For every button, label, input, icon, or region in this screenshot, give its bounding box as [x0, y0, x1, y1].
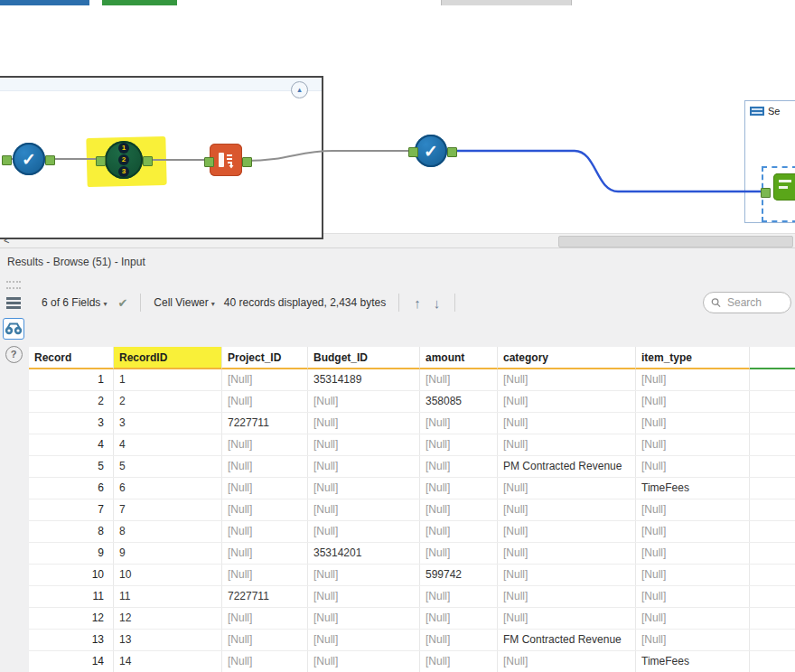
table-cell[interactable]: [Null]	[420, 521, 498, 542]
table-cell[interactable]	[750, 521, 795, 542]
table-row[interactable]: 1212[Null][Null][Null][Null][Null]	[29, 608, 795, 630]
connection-anchor[interactable]	[96, 156, 106, 166]
table-cell[interactable]: [Null]	[420, 543, 498, 564]
workflow-canvas[interactable]: ▴ ✓ 1 2 3 ✓	[0, 5, 795, 233]
connection-anchor[interactable]	[242, 157, 252, 167]
table-cell[interactable]: 7	[114, 499, 222, 520]
table-cell[interactable]: FM Contracted Revenue	[498, 630, 636, 650]
table-cell[interactable]: 2	[29, 391, 114, 412]
scroll-down-button[interactable]: ↓	[432, 295, 443, 311]
table-cell[interactable]: 599742	[420, 565, 498, 585]
table-cell[interactable]: 9	[29, 543, 114, 564]
table-cell[interactable]: 9	[114, 543, 222, 564]
tool-select[interactable]	[773, 173, 795, 201]
table-cell[interactable]: [Null]	[420, 369, 498, 390]
table-cell[interactable]: [Null]	[222, 608, 308, 629]
table-row[interactable]: 22[Null][Null]358085[Null][Null]	[29, 391, 795, 413]
table-cell[interactable]: 6	[29, 478, 114, 499]
table-view-button[interactable]	[3, 293, 24, 314]
table-row[interactable]: 55[Null][Null][Null]PM Contracted Revenu…	[29, 456, 795, 478]
table-row[interactable]: 99[Null]35314201[Null][Null][Null]	[29, 543, 795, 565]
table-cell[interactable]: 10	[29, 565, 114, 585]
table-cell[interactable]: [Null]	[498, 565, 636, 585]
table-cell[interactable]: 358085	[420, 391, 498, 412]
table-cell[interactable]: [Null]	[636, 456, 750, 477]
help-button[interactable]: ?	[3, 343, 24, 365]
table-cell[interactable]: [Null]	[636, 586, 750, 607]
connection-anchor[interactable]	[447, 147, 457, 157]
table-cell[interactable]: [Null]	[222, 651, 308, 672]
table-cell[interactable]	[750, 413, 795, 434]
table-cell[interactable]: [Null]	[498, 391, 636, 412]
table-cell[interactable]: [Null]	[222, 521, 308, 542]
table-cell[interactable]: TimeFees	[636, 651, 750, 672]
table-cell[interactable]	[750, 630, 795, 650]
table-cell[interactable]: [Null]	[308, 608, 420, 629]
table-row[interactable]: 1414[Null][Null][Null][Null]TimeFees	[29, 651, 795, 672]
table-cell[interactable]	[750, 565, 795, 585]
apply-check-icon[interactable]: ✔	[117, 296, 127, 310]
table-cell[interactable]: [Null]	[420, 651, 498, 672]
table-cell[interactable]	[750, 608, 795, 629]
column-header-budget-id[interactable]: Budget_ID	[308, 347, 420, 369]
table-cell[interactable]: [Null]	[498, 543, 636, 564]
table-cell[interactable]: [Null]	[420, 586, 498, 607]
table-cell[interactable]	[750, 434, 795, 455]
table-row[interactable]: 1313[Null][Null][Null]FM Contracted Reve…	[29, 630, 795, 651]
table-cell[interactable]: [Null]	[308, 456, 420, 477]
table-cell[interactable]	[750, 543, 795, 564]
table-cell[interactable]: [Null]	[222, 630, 308, 650]
table-cell[interactable]: 5	[114, 456, 222, 477]
table-cell[interactable]: 3	[29, 413, 114, 434]
column-header-category[interactable]: category	[498, 347, 636, 369]
connection-anchor[interactable]	[761, 188, 771, 198]
column-header-item-type[interactable]: item_type	[636, 347, 750, 369]
table-cell[interactable]: 2	[114, 391, 222, 412]
table-cell[interactable]: TimeFees	[636, 478, 750, 499]
connection-anchor[interactable]	[408, 147, 418, 157]
table-cell[interactable]: [Null]	[636, 543, 750, 564]
table-row[interactable]: 1010[Null][Null]599742[Null][Null]	[29, 565, 795, 586]
table-cell[interactable]: 35314189	[308, 369, 420, 390]
table-cell[interactable]: [Null]	[308, 586, 420, 607]
table-cell[interactable]: [Null]	[636, 565, 750, 585]
table-cell[interactable]: 14	[114, 651, 222, 672]
table-cell[interactable]	[750, 456, 795, 477]
table-cell[interactable]: 13	[114, 630, 222, 650]
table-cell[interactable]: [Null]	[636, 608, 750, 629]
scroll-up-button[interactable]: ↑	[412, 295, 423, 311]
table-cell[interactable]: [Null]	[308, 413, 420, 434]
tool-blue-check-1[interactable]: ✓	[13, 143, 45, 175]
table-cell[interactable]: [Null]	[636, 413, 750, 434]
table-cell[interactable]	[750, 586, 795, 607]
table-cell[interactable]: [Null]	[498, 413, 636, 434]
table-cell[interactable]: 1	[29, 369, 114, 390]
fields-dropdown[interactable]: 6 of 6 Fields▾	[42, 296, 107, 309]
table-cell[interactable]	[750, 391, 795, 412]
connection-anchor[interactable]	[2, 155, 12, 165]
table-cell[interactable]: [Null]	[636, 521, 750, 542]
table-cell[interactable]: 5	[29, 456, 114, 477]
table-cell[interactable]: 8	[114, 521, 222, 542]
column-header-record[interactable]: Record	[29, 347, 114, 369]
table-cell[interactable]: 3	[114, 413, 222, 434]
connection-anchor[interactable]	[143, 156, 153, 166]
table-cell[interactable]: [Null]	[308, 434, 420, 455]
table-cell[interactable]: [Null]	[420, 413, 498, 434]
table-cell[interactable]: [Null]	[420, 499, 498, 520]
table-cell[interactable]: [Null]	[498, 521, 636, 542]
table-cell[interactable]: [Null]	[308, 651, 420, 672]
table-cell[interactable]: 1	[114, 369, 222, 390]
table-cell[interactable]: [Null]	[498, 499, 636, 520]
table-cell[interactable]: [Null]	[222, 565, 308, 585]
table-cell[interactable]: [Null]	[636, 630, 750, 650]
table-cell[interactable]: [Null]	[420, 478, 498, 499]
table-cell[interactable]: 10	[114, 565, 222, 585]
table-cell[interactable]	[750, 499, 795, 520]
table-cell[interactable]: 7227711	[222, 586, 308, 607]
table-cell[interactable]: PM Contracted Revenue	[498, 456, 636, 477]
container-collapse-button[interactable]: ▴	[291, 81, 308, 98]
table-cell[interactable]: [Null]	[420, 456, 498, 477]
table-cell[interactable]: 14	[29, 651, 114, 672]
table-cell[interactable]: [Null]	[222, 499, 308, 520]
